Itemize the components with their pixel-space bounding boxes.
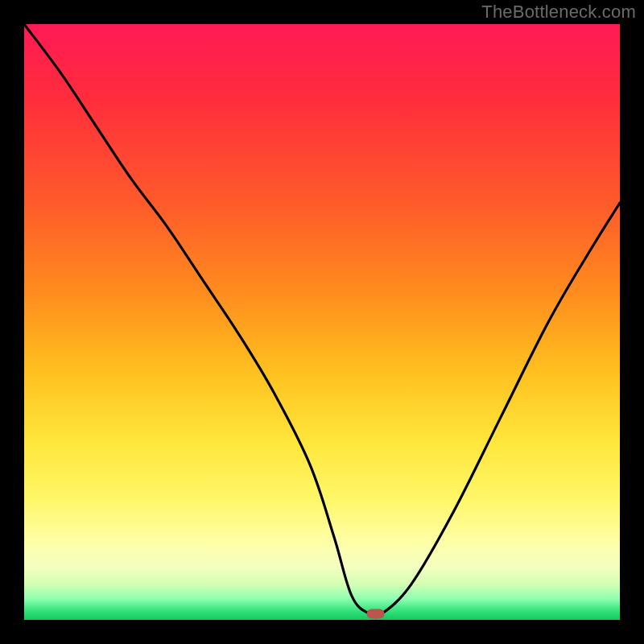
optimum-marker <box>367 609 385 619</box>
bottleneck-curve <box>24 24 620 620</box>
watermark-text: TheBottleneck.com <box>481 2 636 23</box>
plot-area <box>24 24 620 620</box>
curve-path <box>24 24 620 617</box>
chart-frame: TheBottleneck.com <box>0 0 644 644</box>
